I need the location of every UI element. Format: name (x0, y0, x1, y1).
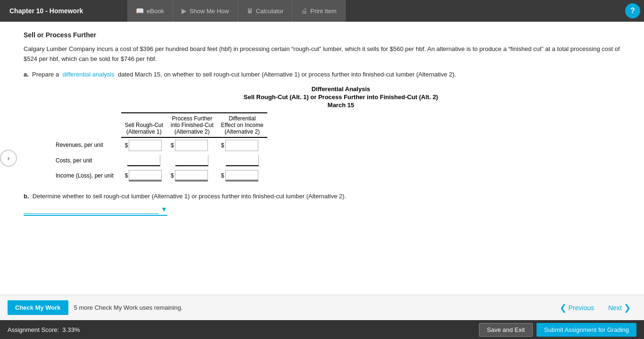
section-title: Sell or Process Further (24, 31, 630, 39)
nav-right: ? (625, 3, 644, 18)
calculator-icon: 🖩 (247, 7, 253, 15)
revenues-label: Revenues, per unit (52, 137, 121, 153)
col1-line1: Sell Rough-Cut (125, 122, 163, 128)
dollar-sign-r1c3: $ (221, 142, 224, 149)
costs-col3-cell (217, 153, 267, 168)
costs-col3-input[interactable] (226, 155, 259, 166)
part-b-text: Determine whether to sell rough-cut lumb… (33, 193, 346, 200)
footer-bar: Assignment Score: 3.33% Save and Exit Su… (0, 320, 644, 339)
differential-analysis-table-container: Differential Analysis Sell Rough-Cut (Al… (52, 85, 630, 183)
col3-line1: Differential (229, 115, 256, 122)
income-col2-input[interactable] (175, 170, 208, 181)
app-title: Chapter 10 - Homework (0, 0, 127, 22)
table-date: March 15 (52, 102, 630, 109)
analysis-table: Sell Rough-Cut (Alternative 1) Process F… (52, 112, 267, 183)
assignment-score: Assignment Score: 3.33% (8, 326, 80, 333)
side-panel-toggle[interactable]: › (0, 150, 17, 167)
dropdown-arrow-icon: ▼ (161, 205, 167, 213)
bottom-bar: Check My Work 5 more Check My Work uses … (0, 295, 644, 320)
differential-analysis-link[interactable]: differential analysis (62, 71, 114, 78)
income-label: Income (Loss), per unit (52, 168, 121, 183)
table-subheading: Sell Rough-Cut (Alt. 1) or Process Furth… (52, 93, 630, 101)
income-col3-input[interactable] (225, 170, 258, 181)
save-exit-button[interactable]: Save and Exit (479, 323, 533, 337)
part-a-label: a. (24, 71, 29, 78)
empty-header (52, 113, 121, 137)
table-row-income: Income (Loss), per unit $ $ (52, 168, 267, 183)
problem-text: Calgary Lumber Company incurs a cost of … (24, 44, 630, 64)
main-container: › Sell or Process Further Calgary Lumber… (0, 22, 644, 295)
tab-calculator[interactable]: 🖩 Calculator (238, 0, 293, 22)
tab-calculator-label: Calculator (256, 8, 284, 15)
book-icon: 📖 (136, 7, 144, 15)
score-value: 3.33% (62, 326, 80, 333)
col2-line3: (Alternative 2) (174, 128, 210, 135)
revenues-col3-input[interactable] (225, 140, 258, 151)
previous-button[interactable]: ❮ Previous (554, 299, 600, 317)
col3-header: Differential Effect on Income (Alternati… (217, 113, 267, 137)
revenues-col2-input[interactable] (175, 140, 208, 151)
part-a-text2: dated March 15, on whether to sell rough… (118, 71, 456, 78)
tab-ebook-label: eBook (147, 8, 164, 15)
check-work-button[interactable]: Check My Work (8, 300, 68, 315)
income-col3-cell: $ (217, 168, 267, 183)
dollar-sign-r3c3: $ (221, 172, 224, 179)
part-b-label: b. (24, 193, 29, 200)
part-b-dropdown-wrapper: Sell Rough-Cut (Alternative 1) Process F… (24, 204, 167, 216)
remaining-text: 5 more Check My Work uses remaining. (74, 304, 183, 311)
costs-col1-cell (121, 153, 167, 168)
chevron-left-icon: ❮ (560, 303, 567, 313)
navigation-buttons: ❮ Previous Next ❯ (554, 299, 636, 317)
chevron-right-icon: ❯ (624, 303, 631, 313)
col1-header: Sell Rough-Cut (Alternative 1) (121, 113, 167, 137)
table-row-costs: Costs, per unit (52, 153, 267, 168)
income-col1-input[interactable] (129, 170, 162, 181)
col3-line3: (Alternative 2) (224, 128, 260, 135)
part-b-dropdown-line: Sell Rough-Cut (Alternative 1) Process F… (24, 204, 630, 216)
income-col1-cell: $ (121, 168, 167, 183)
costs-col2-cell (167, 153, 217, 168)
tab-showmehow-label: Show Me How (190, 8, 229, 15)
part-b: b. Determine whether to sell rough-cut l… (24, 193, 630, 216)
dollar-sign-r3c2: $ (171, 172, 174, 179)
costs-label: Costs, per unit (52, 153, 121, 168)
dollar-sign-r1c2: $ (171, 142, 174, 149)
print-icon: 🖨 (301, 7, 307, 15)
revenues-col2-cell: $ (167, 137, 217, 153)
help-button[interactable]: ? (625, 3, 640, 18)
part-b-dropdown[interactable]: Sell Rough-Cut (Alternative 1) Process F… (24, 204, 159, 214)
tab-printitem[interactable]: 🖨 Print Item (292, 0, 346, 22)
score-label: Assignment Score: (8, 326, 59, 333)
col1-line2: (Alternative 1) (126, 128, 162, 135)
tab-printitem-label: Print Item (310, 8, 337, 15)
income-col2-cell: $ (167, 168, 217, 183)
col2-line2: into Finished-Cut (171, 122, 214, 128)
col3-line2: Effect on Income (221, 122, 264, 128)
nav-tabs: 📖 eBook ▶ Show Me How 🖩 Calculator 🖨 Pri… (127, 0, 346, 22)
tab-ebook[interactable]: 📖 eBook (127, 0, 173, 22)
next-button[interactable]: Next ❯ (603, 299, 636, 317)
revenues-col3-cell: $ (217, 137, 267, 153)
part-b-question: b. Determine whether to sell rough-cut l… (24, 193, 630, 200)
part-a-text: Prepare a (32, 71, 59, 78)
footer-buttons: Save and Exit Submit Assignment for Grad… (479, 323, 636, 337)
tab-showmehow[interactable]: ▶ Show Me How (173, 0, 238, 22)
col2-line1: Process Further (172, 115, 212, 122)
revenues-col1-input[interactable] (129, 140, 162, 151)
col2-header: Process Further into Finished-Cut (Alter… (167, 113, 217, 137)
next-label: Next (608, 304, 622, 312)
revenues-col1-cell: $ (121, 137, 167, 153)
title-text: Chapter 10 - Homework (9, 7, 83, 15)
top-navigation: Chapter 10 - Homework 📖 eBook ▶ Show Me … (0, 0, 644, 22)
dollar-sign-r1c1: $ (125, 142, 128, 149)
dollar-sign-r3c1: $ (125, 172, 128, 179)
content-area: Sell or Process Further Calgary Lumber C… (0, 22, 644, 295)
part-a-question: a. Prepare a differential analysis dated… (24, 71, 630, 78)
previous-label: Previous (569, 304, 594, 312)
table-row-revenues: Revenues, per unit $ $ (52, 137, 267, 153)
costs-col2-input[interactable] (175, 155, 208, 166)
table-heading: Differential Analysis (52, 85, 630, 93)
costs-col1-input[interactable] (127, 155, 160, 166)
submit-button[interactable]: Submit Assignment for Grading (537, 323, 636, 337)
play-icon: ▶ (182, 7, 187, 15)
